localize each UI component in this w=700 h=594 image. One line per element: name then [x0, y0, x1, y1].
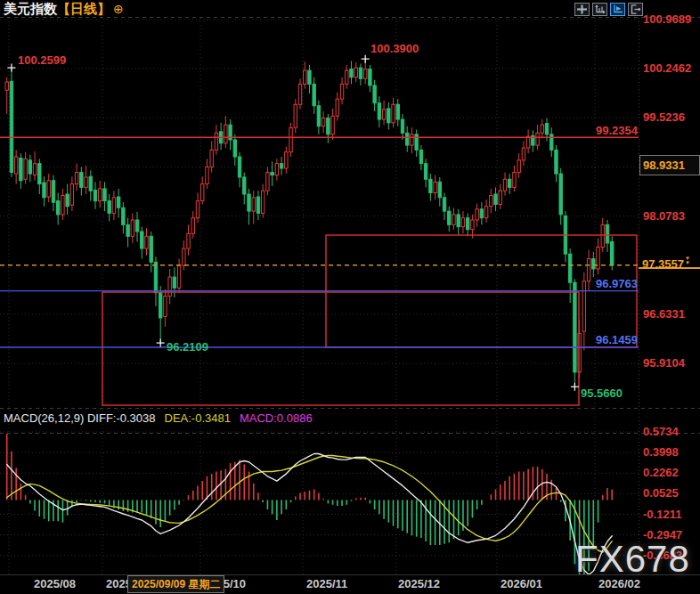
- resistance-line-label[interactable]: 99.2354: [596, 125, 638, 137]
- candles-layer: [5, 59, 614, 387]
- axis-scale-icon: [594, 4, 606, 14]
- axis-scale-tool-button[interactable]: [592, 3, 607, 16]
- pan-tool-button[interactable]: [574, 3, 590, 16]
- macd-axis-tick: -0.1211: [643, 509, 681, 521]
- price-axis-tick: 98.0783: [643, 210, 685, 223]
- crosshair-price-value: 98.9331: [640, 159, 685, 172]
- last-price-value: 97.3557: [642, 257, 684, 271]
- chart-canvas[interactable]: [0, 0, 700, 594]
- watermark: FX678: [575, 538, 690, 581]
- macd-dea-value: DEA:-0.3481: [165, 411, 231, 425]
- crosshair-date-value: 2025/09/09 星期二: [128, 577, 224, 592]
- support-line-2-label[interactable]: 96.1459: [596, 334, 638, 346]
- exit-icon: [630, 4, 641, 14]
- high-label-2: 100.3900: [370, 43, 419, 55]
- time-axis-month-label: 2025/08: [34, 578, 76, 590]
- chart-toolbar: [574, 3, 643, 16]
- last-price-label: 97.3557: [639, 256, 700, 269]
- period-tag: 【日线】: [57, 1, 110, 18]
- macd-indicator-title: MACD(26,12,9): [4, 411, 84, 425]
- symbol-name: 美元指数: [4, 1, 57, 18]
- price-axis-tick: 95.9104: [643, 357, 685, 370]
- high-label-1: 100.2599: [18, 54, 66, 67]
- pan-icon: [576, 4, 588, 14]
- price-axis-tick: 96.6331: [643, 308, 685, 321]
- exit-tool-button[interactable]: [628, 3, 643, 16]
- price-axis-tick: 99.5236: [643, 111, 685, 124]
- macd-axis-tick: 0.2262: [643, 467, 679, 479]
- macd-axis-tick: 0.5734: [643, 426, 679, 438]
- price-axis-tick: 100.9689: [643, 13, 691, 26]
- trading-chart-window: 美元指数 【日线】 ⊕: [0, 0, 700, 594]
- time-axis-month-label: 2025/12: [398, 578, 440, 590]
- price-axis-tick: 100.2462: [643, 62, 691, 75]
- add-indicator-icon[interactable]: ⊕: [113, 2, 124, 16]
- low-label-1: 96.2109: [167, 341, 208, 354]
- active-chart-icon: [612, 4, 623, 14]
- time-axis-month-label: 2025/11: [306, 578, 347, 590]
- crosshair-date-box: 2025/09/09 星期二: [127, 575, 224, 593]
- support-line-1-label[interactable]: 96.9763: [596, 278, 638, 290]
- active-chart-tool-button[interactable]: [610, 3, 625, 16]
- time-axis-month-label: 2026/01: [501, 578, 542, 590]
- crosshair-price-box: 98.9331: [639, 155, 700, 175]
- drawn-annotations[interactable]: [0, 137, 639, 405]
- extreme-markers: [7, 55, 578, 391]
- double-down-arrow-icon: ▼▼: [685, 256, 690, 265]
- macd-header: MACD(26,12,9) DIFF:-0.3038 DEA:-0.3481 M…: [4, 411, 313, 425]
- macd-axis-tick: 0.3998: [643, 446, 679, 459]
- macd-diff-value: DIFF:-0.3038: [87, 411, 156, 425]
- macd-macd-value: MACD:0.0886: [240, 411, 313, 425]
- chart-title: 美元指数 【日线】 ⊕: [4, 1, 124, 18]
- low-label-2: 95.5660: [581, 387, 623, 400]
- macd-layer: [7, 434, 613, 578]
- macd-axis-tick: 0.0525: [643, 487, 679, 500]
